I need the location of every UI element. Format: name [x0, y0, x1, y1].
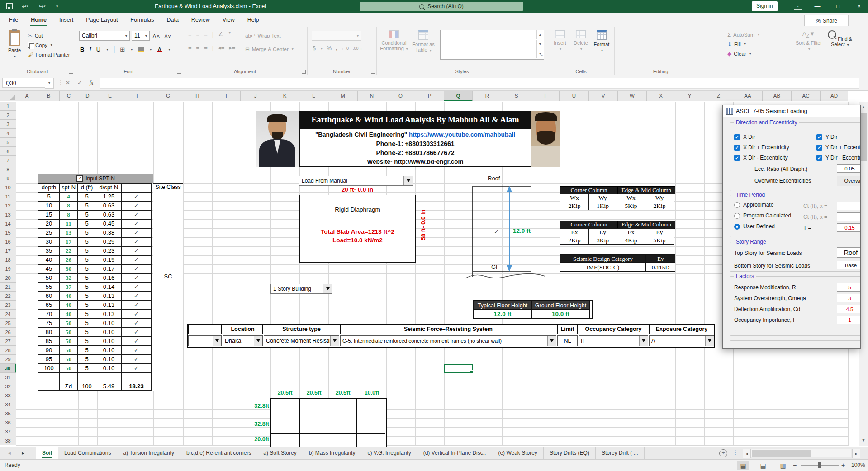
spt-cell[interactable]: 40: [59, 310, 78, 319]
row-header-23[interactable]: 23: [0, 301, 16, 310]
ribbon-tab-review[interactable]: Review: [185, 13, 216, 27]
dropdown-arrow-icon[interactable]: [330, 336, 339, 346]
radio-user-defined[interactable]: [734, 224, 740, 230]
spt-cell[interactable]: 40: [59, 292, 78, 301]
spt-cell[interactable]: 90: [38, 346, 60, 355]
cut-button[interactable]: ✂Cut: [28, 31, 70, 40]
spt-cell[interactable]: 50: [59, 328, 78, 337]
ribbon-tab-page-layout[interactable]: Page Layout: [80, 13, 124, 27]
spt-cell[interactable]: ✓: [121, 301, 152, 310]
spt-cell[interactable]: 30: [59, 264, 78, 273]
column-header-AB[interactable]: AB: [763, 90, 792, 101]
asce-seismic-dialog[interactable]: ASCE 7-05 Seismic Loading Direction and …: [722, 105, 861, 349]
column-header-D[interactable]: D: [78, 90, 97, 101]
spt-cell[interactable]: 18.23: [121, 382, 152, 391]
row-header-2[interactable]: 2: [0, 111, 16, 120]
spt-cell[interactable]: ✓: [121, 219, 152, 228]
sheet-tab-soil[interactable]: Soil: [36, 447, 58, 459]
youtube-link[interactable]: https://www.youtube.com/mahbubali: [409, 131, 515, 138]
ecc-ratio-input[interactable]: 0.05: [837, 164, 861, 173]
row-header-20[interactable]: 20: [0, 273, 16, 283]
story-count-dropdown[interactable]: 1 Story Building: [270, 284, 332, 294]
plan-cell[interactable]: [299, 416, 328, 434]
radio-approximate[interactable]: [734, 202, 740, 208]
sign-in-button[interactable]: Sign in: [752, 1, 778, 11]
radio-program-calculated[interactable]: [734, 213, 740, 219]
row-header-21[interactable]: 21: [0, 283, 16, 292]
column-header-M[interactable]: M: [328, 90, 358, 101]
column-header-G[interactable]: G: [153, 90, 183, 101]
sheet-tab-load-combinations[interactable]: Load Combinations: [58, 447, 117, 459]
select-all-corner[interactable]: [0, 90, 16, 101]
row-header-19[interactable]: 19: [0, 264, 16, 273]
spt-cell[interactable]: 13: [59, 228, 78, 237]
insert-cells-button[interactable]: Insert▾: [550, 29, 569, 66]
spt-cell[interactable]: 26: [59, 255, 78, 264]
column-header-R[interactable]: R: [473, 90, 502, 101]
spt-cell[interactable]: ✓: [121, 337, 152, 346]
factor-input-4[interactable]: 1: [837, 316, 861, 324]
decrease-decimal-icon[interactable]: .00→: [353, 46, 363, 51]
sdc-value[interactable]: IMF(SDC-C): [560, 263, 646, 272]
row-header-30[interactable]: 30: [0, 364, 16, 373]
spt-cell[interactable]: 0.19: [96, 255, 122, 264]
spt-cell[interactable]: ✓: [121, 346, 152, 355]
spt-cell[interactable]: 5: [77, 273, 96, 283]
sheet-nav-left-icon[interactable]: ◂: [4, 447, 15, 459]
quick-access-customize-icon[interactable]: ▾: [56, 0, 58, 13]
spt-cell[interactable]: ✓: [121, 201, 152, 210]
spt-cell[interactable]: 5: [77, 292, 96, 301]
spt-cell[interactable]: 5: [77, 237, 96, 246]
row-header-13[interactable]: 13: [0, 210, 16, 219]
row-header-28[interactable]: 28: [0, 346, 16, 355]
top-story-dropdown[interactable]: Roof: [837, 247, 861, 258]
align-middle-icon[interactable]: ≡: [196, 31, 200, 38]
spt-cell[interactable]: 5: [77, 319, 96, 328]
spt-cell[interactable]: 5: [77, 355, 96, 364]
hscroll-left-icon[interactable]: ◂: [743, 449, 751, 458]
row-header-26[interactable]: 26: [0, 328, 16, 337]
column-header-T[interactable]: T: [531, 90, 560, 101]
spt-cell[interactable]: ✓: [121, 246, 152, 255]
spt-cell[interactable]: 5: [77, 283, 96, 292]
spt-cell[interactable]: 100: [77, 382, 96, 391]
param-value-Location[interactable]: Dhaka: [223, 335, 263, 346]
spt-cell[interactable]: ✓: [121, 355, 152, 364]
ct-input-2[interactable]: [837, 212, 861, 221]
spt-cell[interactable]: 50: [59, 337, 78, 346]
spt-cell[interactable]: 5: [77, 264, 96, 273]
sheet-tab-c-v-g-irregularity[interactable]: c) V.G. Irregularity: [361, 447, 417, 459]
column-header-O[interactable]: O: [386, 90, 415, 101]
plan-cell[interactable]: [299, 399, 328, 416]
sheet-nav-right-icon[interactable]: ▸: [17, 447, 29, 459]
dropdown-arrow-icon[interactable]: [705, 336, 714, 346]
normal-view-icon[interactable]: ▦: [737, 461, 749, 470]
share-button[interactable]: 🖄Share: [804, 15, 849, 26]
spt-cell[interactable]: 32: [59, 273, 78, 283]
ribbon-display-options-icon[interactable]: ⌄: [794, 3, 802, 10]
column-header-P[interactable]: P: [415, 90, 444, 101]
spt-cell[interactable]: 10: [38, 201, 60, 210]
row-header-7[interactable]: 7: [0, 156, 16, 165]
column-header-K[interactable]: K: [270, 90, 299, 101]
row-header-27[interactable]: 27: [0, 337, 16, 346]
undo-icon[interactable]: ↩▾: [22, 0, 28, 13]
find-select-button[interactable]: Find & Select ▾: [826, 29, 854, 66]
column-header-AC[interactable]: AC: [792, 90, 821, 101]
grow-font-button[interactable]: A˄: [152, 32, 160, 41]
ribbon-tab-file[interactable]: File: [3, 13, 24, 27]
spt-cell[interactable]: 75: [38, 319, 60, 328]
spt-cell[interactable]: 0.17: [96, 264, 122, 273]
factor-input-2[interactable]: 3: [837, 294, 861, 302]
param-value-Exposure Category[interactable]: A: [649, 335, 714, 346]
scroll-down-icon[interactable]: ▼: [859, 436, 868, 445]
row-header-11[interactable]: 11: [0, 192, 16, 201]
row-header-34[interactable]: 34: [0, 400, 16, 409]
underline-button[interactable]: U: [96, 46, 100, 53]
name-box-dropdown-icon[interactable]: ▾: [45, 78, 54, 89]
factor-input-3[interactable]: 4.5: [837, 305, 861, 313]
checkbox-y-dir[interactable]: ✓: [816, 134, 822, 140]
column-header-Q[interactable]: Q: [444, 90, 473, 101]
typical-floor-height-value[interactable]: 12.0 ft: [474, 309, 531, 318]
plan-cell[interactable]: [271, 399, 300, 416]
